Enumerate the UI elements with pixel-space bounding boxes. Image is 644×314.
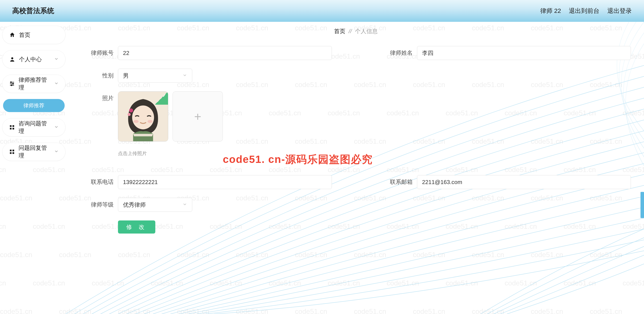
user-link[interactable]: 律师 22 <box>540 7 561 15</box>
svg-point-15 <box>148 120 153 123</box>
svg-point-0 <box>11 57 13 59</box>
svg-rect-11 <box>12 152 14 154</box>
plus-icon: + <box>194 110 202 124</box>
gender-label: 性别 <box>81 69 114 79</box>
gender-select[interactable]: 男 <box>118 69 192 83</box>
level-select[interactable]: 优秀律师 <box>118 198 192 212</box>
chevron-down-icon <box>54 56 59 63</box>
svg-point-2 <box>12 83 14 84</box>
sidebar-item-lawyer-rec-mgmt[interactable]: 律师推荐管理 <box>2 75 66 93</box>
level-label: 律师等级 <box>81 198 114 208</box>
svg-rect-10 <box>10 152 12 154</box>
svg-rect-6 <box>10 128 12 130</box>
svg-point-17 <box>128 113 131 116</box>
svg-rect-8 <box>10 150 12 151</box>
svg-point-16 <box>129 109 133 113</box>
grid-icon <box>9 149 15 155</box>
sidebar-item-label: 咨询问题管理 <box>18 120 50 135</box>
sidebar-item-label: 个人中心 <box>19 56 42 63</box>
home-icon <box>9 32 16 38</box>
breadcrumb-current: 个人信息 <box>355 28 378 34</box>
sidebar: 首页 个人中心 律师推荐管理 律师推荐 <box>0 22 68 314</box>
svg-rect-9 <box>12 150 14 151</box>
photo-label: 照片 <box>81 91 114 102</box>
svg-rect-4 <box>10 125 12 127</box>
sidebar-subitem-lawyer-rec[interactable]: 律师推荐 <box>3 99 65 112</box>
svg-rect-7 <box>12 128 14 130</box>
svg-rect-5 <box>12 125 14 127</box>
name-label: 律师姓名 <box>380 46 413 57</box>
phone-input[interactable] <box>118 175 332 189</box>
sidebar-item-label: 律师推荐管理 <box>18 76 50 91</box>
svg-point-3 <box>11 85 12 86</box>
app-title: 高校普法系统 <box>12 6 54 16</box>
svg-point-1 <box>10 82 12 83</box>
level-value: 优秀律师 <box>123 201 146 209</box>
profile-form: 律师账号 律师姓名 性别 男 <box>81 46 631 234</box>
photo-upload-button[interactable]: + <box>172 91 223 142</box>
breadcrumb-home[interactable]: 首页 <box>334 28 345 34</box>
settings-list-icon <box>9 80 15 87</box>
chevron-down-icon <box>54 149 59 155</box>
sidebar-item-home[interactable]: 首页 <box>2 26 66 44</box>
email-input[interactable] <box>417 175 631 189</box>
svg-point-14 <box>134 120 139 123</box>
exit-to-front-link[interactable]: 退出到前台 <box>569 7 600 15</box>
svg-point-13 <box>132 106 154 129</box>
chevron-down-icon <box>182 72 187 79</box>
check-badge-icon <box>155 92 168 105</box>
sidebar-item-label: 首页 <box>19 31 30 39</box>
account-input[interactable] <box>118 46 332 60</box>
sidebar-item-reply-mgmt[interactable]: 问题回复管理 <box>2 143 66 161</box>
sidebar-item-personal[interactable]: 个人中心 <box>2 50 66 68</box>
person-icon <box>9 56 16 63</box>
logout-link[interactable]: 退出登录 <box>607 7 632 15</box>
header: 高校普法系统 律师 22 退出到前台 退出登录 <box>0 0 644 22</box>
sidebar-item-label: 律师推荐 <box>23 102 44 109</box>
breadcrumb-separator: // <box>349 28 352 34</box>
email-label: 联系邮箱 <box>380 175 413 186</box>
name-input[interactable] <box>417 46 631 60</box>
account-label: 律师账号 <box>81 46 114 57</box>
sidebar-item-label: 问题回复管理 <box>18 144 50 159</box>
main: 首页 // 个人信息 律师账号 律师姓名 性别 男 <box>68 22 644 314</box>
watermark-notice: code51. cn-源码乐园盗图必究 <box>223 153 631 166</box>
photo-thumbnail[interactable] <box>118 91 168 142</box>
submit-button[interactable]: 修 改 <box>118 220 155 234</box>
sidebar-item-consult-mgmt[interactable]: 咨询问题管理 <box>2 118 66 137</box>
grid-icon <box>9 124 15 131</box>
gender-value: 男 <box>123 72 129 80</box>
breadcrumb: 首页 // 个人信息 <box>81 27 631 35</box>
chevron-down-icon <box>182 201 187 208</box>
chevron-down-icon <box>54 80 59 87</box>
phone-label: 联系电话 <box>81 175 114 186</box>
scrollbar-thumb[interactable] <box>640 192 644 218</box>
chevron-down-icon <box>54 124 59 131</box>
